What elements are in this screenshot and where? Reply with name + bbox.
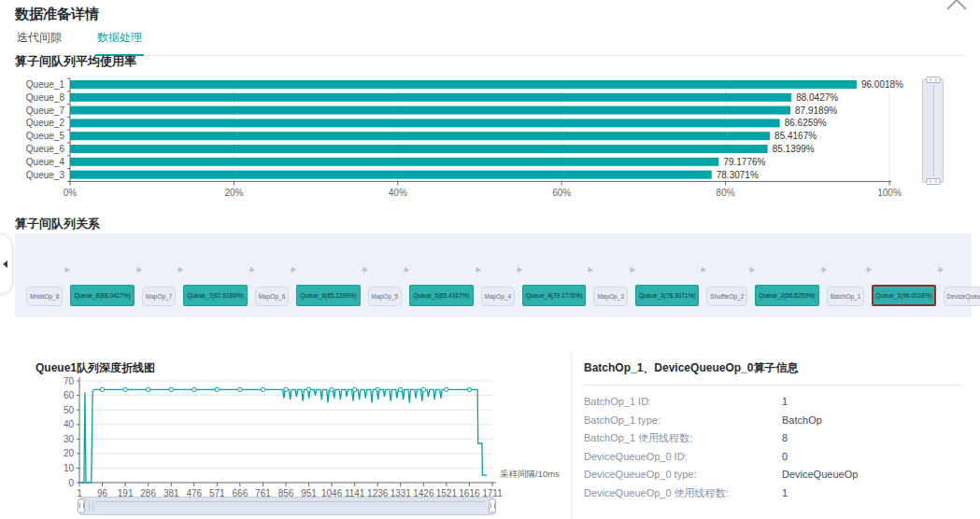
y-tick-label: 40 [64,419,75,429]
data-point-marker[interactable] [215,387,219,391]
data-point-marker[interactable] [123,387,127,391]
data-point-marker[interactable] [376,387,379,391]
pipeline-node-BatchOp_1[interactable]: BatchOp_1 [827,287,865,306]
info-value: 1 [782,484,961,503]
data-point-marker[interactable] [100,387,104,391]
operator-queue-pipeline-diagram: MnistOp_8Queue_8(88.0427%)MapOp_7Queue_7… [15,233,972,317]
x-tick-label: 80% [717,188,735,198]
bar-Queue_2[interactable] [70,119,780,127]
tab-iteration-gap[interactable]: 迭代间隙 [15,28,64,55]
pipeline-node-MapOp_7[interactable]: MapOp_7 [142,287,177,306]
pipeline-node-Queue_2[interactable]: Queue_2(86.6259%) [755,285,818,306]
info-label: BatchOp_1 使用线程数: [584,429,782,448]
bar-Queue_1[interactable] [70,80,857,89]
pipeline-arrow [403,270,407,271]
pipeline-arrow [516,270,520,271]
data-point-marker[interactable] [352,387,356,391]
bar-value-label: 85.4167% [774,131,817,141]
pipeline-node-Queue_1[interactable]: Queue_1(96.0018%) [872,285,935,306]
pipeline-arrow [177,270,181,271]
pipeline-node-MapOp_4[interactable]: MapOp_4 [481,287,516,306]
pipeline-node-MapOp_6[interactable]: MapOp_6 [255,287,290,306]
bar-category-label: Queue_3 [26,170,65,180]
data-point-marker[interactable] [399,387,403,391]
collapse-panel-button[interactable] [943,0,971,15]
pipeline-node-Queue_8[interactable]: Queue_8(88.0427%) [70,285,134,306]
x-tick-label: 100% [877,188,902,198]
bar-value-label: 87.9189% [795,105,837,116]
bar-category-label: Queue_5 [26,131,65,141]
info-label: DeviceQueueOp_0 使用线程数: [584,484,782,503]
pipeline-node-DeviceQueueOp_0[interactable]: DeviceQueueOp_0 [944,287,980,306]
bar-value-label: 96.0018% [861,79,903,90]
pipeline-arrow [587,270,591,271]
y-tick-label: 30 [64,434,75,444]
pipeline-node-MnistOp_8[interactable]: MnistOp_8 [26,287,63,306]
bar-Queue_8[interactable] [70,93,791,102]
bar-value-label: 79.1776% [723,157,765,167]
x-tick-label: 0% [64,188,78,198]
operator-info-row: BatchOp_1 使用线程数:8 [584,429,961,448]
pipeline-arrow [700,270,704,271]
pipeline-arrow [290,270,294,271]
bar-value-label: 88.0427% [796,92,838,103]
info-label: DeviceQueueOp_0 type: [584,466,782,484]
bar-Queue_5[interactable] [70,132,770,140]
bar-Queue_6[interactable] [70,145,768,153]
pipeline-node-Queue_7[interactable]: Queue_7(87.9189%) [183,285,247,306]
data-point-marker[interactable] [467,387,471,391]
data-point-marker[interactable] [146,387,149,391]
data-point-marker[interactable] [169,387,173,391]
bar-Queue_7[interactable] [70,106,790,115]
y-tick-label: 10 [64,463,75,473]
datazoom-handle-right[interactable] [489,499,496,513]
data-point-marker[interactable] [306,387,310,391]
data-point-marker[interactable] [421,387,425,391]
info-value: 1 [782,393,961,412]
operator-info-row: DeviceQueueOp_0 ID:0 [584,448,961,467]
bar-category-label: Queue_7 [26,105,65,116]
y-tick-label: 0 [68,478,74,488]
info-value: 0 [782,448,961,467]
y-tick-label: 20 [64,448,75,458]
bar-Queue_3[interactable] [70,171,712,179]
bar-chart-datazoom-slider[interactable] [922,78,944,183]
pipeline-node-ShuffleOp_2[interactable]: ShuffleOp_2 [706,287,747,306]
data-point-marker[interactable] [445,387,448,391]
datazoom-profile [95,501,486,502]
queue-usage-section-title: 算子间队列平均使用率 [15,53,136,70]
pipeline-node-Queue_3[interactable]: Queue_3(78.3071%) [635,285,699,306]
pipeline-node-Queue_5[interactable]: Queue_5(85.4167%) [409,285,473,306]
bar-value-label: 78.3071% [717,170,759,180]
arrow-left-icon [3,260,7,268]
queue-depth-line-chart: 0102030405060701961912863814765716667618… [36,370,570,500]
datazoom-handle-top[interactable] [926,77,940,83]
y-tick-label: 60 [64,390,75,400]
bar-category-label: Queue_6 [26,144,65,154]
data-point-marker[interactable] [238,387,242,391]
queue-usage-bar-chart[interactable]: 0%20%40%60%80%100%Queue_196.0018%Queue_8… [15,77,949,200]
pipeline-node-MapOp_5[interactable]: MapOp_5 [368,287,403,306]
data-point-marker[interactable] [330,387,334,391]
bar-category-label: Queue_4 [26,157,65,167]
pipeline-arrow [475,270,479,271]
x-axis-unit-label: 采样间隔/10ms [500,469,560,479]
data-point-marker[interactable] [192,387,196,391]
side-panel-collapse-handle[interactable] [0,233,13,295]
datazoom-handle-left[interactable] [78,499,85,513]
x-tick-label: 20% [224,188,243,198]
operator-info-title: BatchOp_1、DeviceQueueOp_0算子信息 [584,360,961,386]
info-value: 8 [782,429,961,448]
data-point-marker[interactable] [284,387,288,391]
datazoom-data-shadow [89,501,93,512]
info-label: BatchOp_1 type: [584,412,782,430]
tab-strip: 迭代间隙 数据处理 [15,28,966,56]
pipeline-node-Queue_6[interactable]: Queue_6(85.1399%) [296,285,360,306]
line-chart-datazoom-slider[interactable] [79,497,494,515]
datazoom-handle-bottom[interactable] [926,178,940,185]
pipeline-node-Queue_4[interactable]: Queue_4(79.1776%) [522,285,586,306]
bar-Queue_4[interactable] [70,158,718,166]
data-point-marker[interactable] [261,387,264,391]
tab-data-processing[interactable]: 数据处理 [95,28,144,56]
pipeline-node-MapOp_3[interactable]: MapOp_3 [593,287,628,306]
